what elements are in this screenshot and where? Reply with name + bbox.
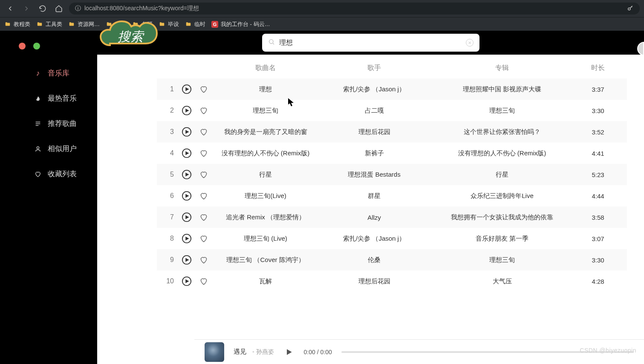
search-icon [268, 38, 275, 47]
sidebar-item-label: 最热音乐 [48, 93, 77, 103]
search-box[interactable]: ✕ [262, 34, 479, 52]
info-icon: ⓘ [75, 5, 81, 12]
sidebar-item-recommend[interactable]: 推荐歌曲 [0, 111, 97, 136]
app-root: ♪ 音乐库 最热音乐 推荐歌曲 相似用户 收藏列表 [0, 31, 644, 364]
play-icon[interactable] [178, 106, 195, 115]
sidebar-item-hot[interactable]: 最热音乐 [0, 86, 97, 111]
cell-duration: 3:07 [575, 235, 621, 242]
bookmark-item[interactable]: 资源网… [68, 20, 100, 28]
favorite-icon[interactable] [195, 234, 212, 243]
cell-album: 音乐好朋友 第一季 [430, 235, 575, 243]
favorite-icon[interactable] [195, 213, 212, 221]
table-row[interactable]: 9理想三旬 （Cover 陈鸿宇）伦桑理想三旬3:30 [157, 249, 627, 271]
row-index: 10 [157, 277, 178, 285]
table-row[interactable]: 4没有理想的人不伤心 (Remix版)新裤子没有理想的人不伤心 (Remix版)… [157, 143, 627, 164]
cell-album: 理想三旬 [430, 107, 575, 115]
play-icon[interactable] [178, 170, 195, 179]
album-cover[interactable] [205, 342, 224, 362]
heart-icon [34, 170, 42, 178]
play-icon[interactable] [178, 277, 195, 286]
fire-icon [34, 95, 42, 102]
bookmark-item[interactable]: 工具类 [36, 20, 62, 28]
favorite-icon[interactable] [195, 106, 212, 115]
key-icon[interactable] [627, 5, 634, 13]
gitee-icon: G [211, 21, 218, 28]
cell-album: 行星 [430, 171, 575, 179]
sidebar-item-label: 推荐歌曲 [48, 119, 77, 128]
table-row[interactable]: 2理想三旬占二嘎理想三旬3:30 [157, 100, 627, 121]
table-row[interactable]: 10瓦解理想后花园大气压4:28 [157, 271, 627, 292]
bookmark-item[interactable]: G我的工作台 - 码云… [211, 20, 270, 28]
favorite-icon[interactable] [195, 128, 212, 136]
clear-icon[interactable]: ✕ [466, 39, 474, 47]
favorite-icon[interactable] [195, 256, 212, 264]
forward-button[interactable] [20, 3, 32, 15]
cell-album: 众乐纪三进制跨年Live [430, 192, 575, 200]
table-row[interactable]: 6理想三旬(Live)群星众乐纪三进制跨年Live4:44 [157, 185, 627, 207]
cell-album: 没有理想的人不伤心 (Remix版) [430, 149, 575, 157]
favorite-icon[interactable] [195, 192, 212, 200]
table-row[interactable]: 8理想三旬 (Live)索扎/尖参 （Jason j）音乐好朋友 第一季3:07 [157, 228, 627, 249]
cell-duration: 3:37 [575, 86, 621, 93]
col-album: 专辑 [430, 64, 575, 73]
row-index: 5 [157, 171, 178, 178]
player-bar: 遇见 - 孙燕姿 0:00 / 0:00 [194, 339, 644, 364]
cell-artist: 理想混蛋 Bestards [319, 171, 430, 179]
table-row[interactable]: 5行星理想混蛋 Bestards行星5:23 [157, 164, 627, 185]
cell-artist: 理想后花园 [319, 277, 430, 285]
play-icon[interactable] [178, 191, 195, 201]
play-icon[interactable] [178, 84, 195, 94]
col-artist: 歌手 [319, 64, 430, 73]
cell-artist: 伦桑 [319, 256, 430, 264]
mouse-cursor [288, 98, 294, 107]
user-icon [34, 145, 42, 153]
favorite-icon[interactable] [195, 277, 212, 285]
row-index: 3 [157, 128, 178, 136]
bookmark-item[interactable]: 临时 [185, 20, 205, 28]
table-row[interactable]: 7追光者 Remix （理想爱情）Allzy我想拥有一个女孩让我成为他的依靠3:… [157, 207, 627, 228]
favorite-icon[interactable] [195, 85, 212, 93]
cell-title: 理想三旬(Live) [212, 192, 319, 200]
table-row[interactable]: 3我的身旁是一扇亮了又暗的窗理想后花园这个世界让你紧张害怕吗？3:52 [157, 121, 627, 143]
cell-title: 瓦解 [212, 277, 319, 285]
cell-title: 没有理想的人不伤心 (Remix版) [212, 149, 319, 157]
table-header: 歌曲名 歌手 专辑 时长 [157, 57, 627, 79]
cell-duration: 4:28 [575, 278, 621, 285]
play-icon[interactable] [178, 213, 195, 222]
bookmarks-bar: 教程类 工具类 资源网… 武理 考研 毕设 临时 G我的工作台 - 码云… [0, 17, 644, 31]
sidebar-item-favorites[interactable]: 收藏列表 [0, 161, 97, 186]
maximize-dot[interactable] [33, 43, 40, 50]
sidebar-item-users[interactable]: 相似用户 [0, 136, 97, 161]
sidebar-item-library[interactable]: ♪ 音乐库 [0, 61, 97, 86]
cell-artist: 索扎/尖参 （Jason j） [319, 85, 430, 93]
bookmark-item[interactable]: 教程类 [4, 20, 30, 28]
back-button[interactable] [4, 3, 16, 15]
reload-button[interactable] [37, 3, 49, 15]
list-icon [34, 120, 42, 128]
favorite-icon[interactable] [195, 149, 212, 157]
search-input[interactable] [279, 39, 462, 47]
url-text: localhost:8080/searchMusic?keyword=理想 [84, 5, 199, 12]
cell-artist: 群星 [319, 192, 430, 200]
search-badge: 搜索 [97, 20, 170, 58]
row-index: 4 [157, 149, 178, 157]
cell-duration: 4:44 [575, 192, 621, 200]
play-icon[interactable] [178, 127, 195, 137]
sidebar-item-label: 收藏列表 [48, 169, 77, 179]
music-icon: ♪ [34, 70, 42, 77]
cell-duration: 4:41 [575, 150, 621, 157]
play-icon[interactable] [178, 234, 195, 243]
home-button[interactable] [53, 3, 65, 15]
row-index: 9 [157, 256, 178, 264]
address-bar[interactable]: ⓘ localhost:8080/searchMusic?keyword=理想 [69, 3, 640, 15]
traffic-lights [19, 43, 40, 50]
sidebar: ♪ 音乐库 最热音乐 推荐歌曲 相似用户 收藏列表 [0, 31, 97, 364]
play-icon[interactable] [178, 149, 195, 158]
table-row[interactable]: 1理想索扎/尖参 （Jason j）理想照耀中国 影视原声大碟3:37 [157, 79, 627, 100]
close-dot[interactable] [19, 43, 26, 50]
play-button[interactable] [283, 347, 295, 358]
main-content: 搜索 ✕ 歌曲名 歌手 专辑 时长 1理想索扎/尖参 （Jason j）理想照耀… [97, 31, 644, 364]
favorite-icon[interactable] [195, 170, 212, 179]
play-icon[interactable] [178, 255, 195, 265]
cell-album: 理想照耀中国 影视原声大碟 [430, 85, 575, 93]
